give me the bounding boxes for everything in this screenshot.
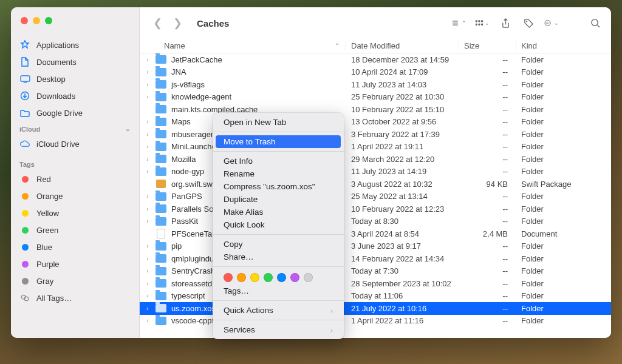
view-list-button[interactable]: ⌃ (452, 19, 466, 27)
column-header-name[interactable]: Name ⌃ (140, 41, 346, 50)
disclosure-triangle-icon[interactable]: › (145, 81, 151, 88)
sidebar-tag-purple[interactable]: Purple (11, 255, 139, 272)
cm-tags[interactable]: Tags… (213, 285, 344, 297)
cm-rename[interactable]: Rename (213, 167, 344, 180)
file-row[interactable]: ›vscode-cpptools1 April 2022 at 11:16--F… (140, 315, 611, 328)
sidebar-item-label: Google Drive (36, 109, 83, 118)
file-row[interactable]: ›Maps13 October 2022 at 9:56--Folder (140, 116, 611, 129)
zoom-window-button[interactable] (45, 17, 52, 24)
file-kind: Folder (516, 167, 611, 176)
tags-button[interactable] (521, 18, 536, 29)
sidebar-item-downloads[interactable]: Downloads (11, 87, 139, 104)
cm-move-to-trash[interactable]: Move to Trash (216, 135, 341, 148)
close-window-button[interactable] (21, 17, 28, 24)
tag-dot-icon (22, 244, 29, 251)
file-row[interactable]: ›PassKitToday at 8:30--Folder (140, 215, 611, 228)
cm-quick-look[interactable]: Quick Look (213, 218, 344, 231)
disclosure-triangle-icon[interactable]: › (145, 206, 151, 212)
file-date: 10 February 2022 at 12:23 (346, 204, 459, 214)
cm-tag-color[interactable] (277, 273, 286, 282)
file-row[interactable]: ›typescriptToday at 11:06--Folder (140, 290, 611, 303)
sidebar-item-label: Red (36, 175, 51, 184)
cm-tag-color[interactable] (290, 273, 299, 282)
sidebar-tag-red[interactable]: Red (11, 170, 139, 187)
file-row[interactable]: ›PanGPS25 May 2022 at 13:14--Folder (140, 190, 611, 203)
cm-tag-color[interactable] (237, 273, 246, 282)
minimize-window-button[interactable] (33, 17, 40, 24)
disclosure-triangle-icon[interactable]: › (145, 143, 151, 150)
file-row[interactable]: main.kts.compiled.cache10 February 2022 … (140, 103, 611, 116)
sidebar-tag-yellow[interactable]: Yellow (11, 204, 139, 221)
file-list[interactable]: ›JetPackCache18 December 2023 at 14:59--… (140, 53, 611, 338)
disclosure-triangle-icon[interactable]: › (145, 292, 151, 299)
cm-compress[interactable]: Compress "us.zoom.xos" (213, 180, 344, 193)
cm-tag-color[interactable] (224, 273, 233, 282)
sidebar-item-applications[interactable]: Applications (11, 36, 139, 53)
file-row[interactable]: ›MiniLauncher1 April 2022 at 19:11--Fold… (140, 141, 611, 153)
file-row[interactable]: ›Parallels Software10 February 2022 at 1… (140, 203, 611, 215)
file-row[interactable]: ›node-gyp11 July 2023 at 14:19--Folder (140, 166, 611, 178)
column-header-kind[interactable]: Kind (516, 41, 611, 50)
disclosure-triangle-icon[interactable]: › (145, 268, 151, 274)
disclosure-triangle-icon[interactable]: › (145, 193, 151, 200)
sidebar-item-all-tags[interactable]: All Tags… (11, 289, 139, 306)
disclosure-triangle-icon[interactable]: › (145, 280, 151, 287)
file-row[interactable]: ›js-v8flags11 July 2023 at 14:03--Folder (140, 78, 611, 91)
file-row[interactable]: ›mbuseragent3 February 2022 at 17:39--Fo… (140, 128, 611, 141)
sidebar-item-google-drive[interactable]: Google Drive (11, 104, 139, 121)
file-row[interactable]: ›us.zoom.xos21 July 2022 at 10:16--Folde… (140, 302, 611, 315)
column-header-size[interactable]: Size (459, 41, 516, 50)
forward-button[interactable]: ❯ (173, 16, 182, 30)
disclosure-triangle-icon[interactable]: › (145, 56, 151, 63)
cm-share[interactable]: Share… (213, 251, 344, 263)
cm-tag-color[interactable] (264, 273, 273, 282)
sidebar-tag-blue[interactable]: Blue (11, 238, 139, 255)
group-button[interactable]: ⌄ (475, 19, 490, 27)
file-row[interactable]: PFSceneTaxonomy.plist3 April 2024 at 8:5… (140, 228, 611, 240)
cm-copy[interactable]: Copy (213, 238, 344, 251)
sidebar-tag-gray[interactable]: Gray (11, 272, 139, 289)
file-row[interactable]: ›JNA10 April 2024 at 17:09--Folder (140, 66, 611, 79)
file-row[interactable]: ›knowledge-agent25 February 2022 at 10:3… (140, 91, 611, 104)
file-row[interactable]: ›storeassetd28 September 2023 at 10:02--… (140, 277, 611, 290)
folder-icon (156, 192, 166, 201)
disclosure-triangle-icon[interactable]: › (145, 131, 151, 138)
cm-quick-actions[interactable]: Quick Actions › (213, 304, 344, 317)
column-header-date[interactable]: Date Modified (346, 41, 459, 50)
cm-open-in-new-tab[interactable]: Open in New Tab (213, 116, 344, 129)
disclosure-triangle-icon[interactable]: › (145, 243, 151, 249)
sidebar-tag-green[interactable]: Green (11, 221, 139, 238)
file-size: -- (459, 130, 516, 139)
cm-tag-color[interactable] (250, 273, 259, 282)
disclosure-triangle-icon[interactable]: › (145, 118, 151, 125)
disclosure-triangle-icon[interactable]: › (145, 218, 151, 224)
file-date: 29 March 2022 at 12:20 (346, 155, 459, 164)
disclosure-triangle-icon[interactable]: › (145, 255, 151, 262)
file-row[interactable]: ›JetPackCache18 December 2023 at 14:59--… (140, 53, 611, 66)
sidebar-tag-orange[interactable]: Orange (11, 187, 139, 204)
disclosure-triangle-icon[interactable]: › (145, 317, 151, 324)
disclosure-triangle-icon[interactable]: › (145, 168, 151, 175)
cm-get-info[interactable]: Get Info (213, 155, 344, 167)
disclosure-triangle-icon[interactable]: › (145, 69, 151, 75)
cm-make-alias[interactable]: Make Alias (213, 206, 344, 218)
file-row[interactable]: ›qmlplugindump14 February 2022 at 14:34-… (140, 252, 611, 265)
cm-tag-color[interactable] (304, 273, 313, 282)
cm-duplicate[interactable]: Duplicate (213, 193, 344, 206)
sidebar-section-icloud[interactable]: iCloud ⌄ (11, 121, 139, 135)
sidebar-item-documents[interactable]: Documents (11, 53, 139, 70)
cm-services[interactable]: Services › (213, 323, 344, 336)
sidebar-item-icloud-drive[interactable]: iCloud Drive (11, 135, 139, 152)
back-button[interactable]: ❮ (153, 16, 162, 30)
file-row[interactable]: org.swift.swiftpm3 August 2022 at 10:329… (140, 178, 611, 190)
file-row[interactable]: ›pip3 June 2023 at 9:17--Folder (140, 240, 611, 253)
action-menu-button[interactable]: ⌄ (544, 18, 559, 28)
sidebar-item-desktop[interactable]: Desktop (11, 70, 139, 87)
disclosure-triangle-icon[interactable]: › (145, 93, 151, 100)
file-row[interactable]: ›SentryCrashToday at 7:30--Folder (140, 265, 611, 278)
share-button[interactable] (498, 18, 513, 29)
disclosure-triangle-icon[interactable]: › (145, 305, 151, 312)
file-row[interactable]: ›Mozilla29 March 2022 at 12:20--Folder (140, 153, 611, 166)
search-button[interactable] (588, 18, 603, 29)
disclosure-triangle-icon[interactable]: › (145, 156, 151, 163)
